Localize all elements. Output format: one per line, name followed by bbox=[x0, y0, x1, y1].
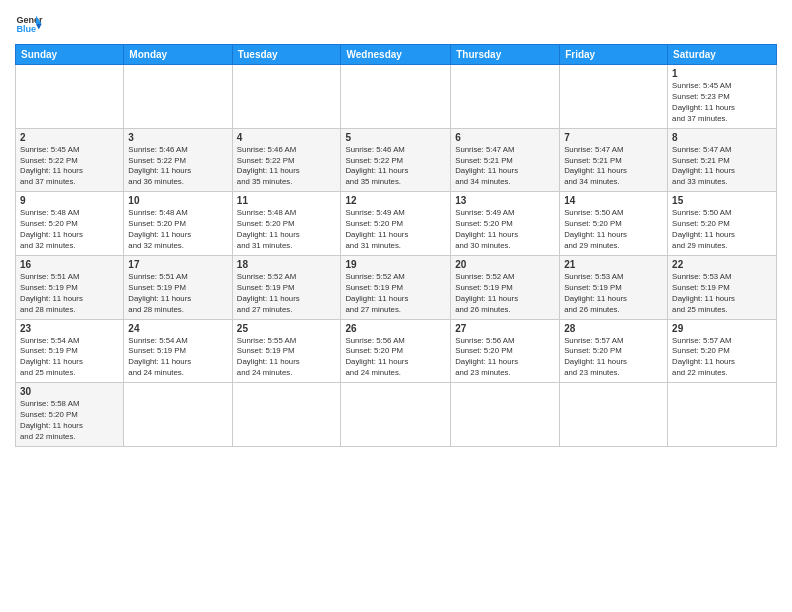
calendar-cell: 6Sunrise: 5:47 AMSunset: 5:21 PMDaylight… bbox=[451, 128, 560, 192]
calendar-week-2: 2Sunrise: 5:45 AMSunset: 5:22 PMDaylight… bbox=[16, 128, 777, 192]
calendar-cell: 16Sunrise: 5:51 AMSunset: 5:19 PMDayligh… bbox=[16, 255, 124, 319]
day-number: 26 bbox=[345, 323, 446, 334]
calendar-cell: 9Sunrise: 5:48 AMSunset: 5:20 PMDaylight… bbox=[16, 192, 124, 256]
day-info: Sunrise: 5:46 AMSunset: 5:22 PMDaylight:… bbox=[128, 145, 227, 189]
logo: General Blue bbox=[15, 10, 43, 38]
calendar-cell: 12Sunrise: 5:49 AMSunset: 5:20 PMDayligh… bbox=[341, 192, 451, 256]
day-number: 12 bbox=[345, 195, 446, 206]
day-info: Sunrise: 5:51 AMSunset: 5:19 PMDaylight:… bbox=[128, 272, 227, 316]
calendar-cell: 1Sunrise: 5:45 AMSunset: 5:23 PMDaylight… bbox=[668, 65, 777, 129]
day-number: 13 bbox=[455, 195, 555, 206]
weekday-header-sunday: Sunday bbox=[16, 45, 124, 65]
day-number: 3 bbox=[128, 132, 227, 143]
day-number: 23 bbox=[20, 323, 119, 334]
day-info: Sunrise: 5:49 AMSunset: 5:20 PMDaylight:… bbox=[455, 208, 555, 252]
svg-text:Blue: Blue bbox=[16, 24, 36, 34]
calendar-cell bbox=[124, 65, 232, 129]
weekday-header-monday: Monday bbox=[124, 45, 232, 65]
day-info: Sunrise: 5:51 AMSunset: 5:19 PMDaylight:… bbox=[20, 272, 119, 316]
day-number: 30 bbox=[20, 386, 119, 397]
calendar-cell: 14Sunrise: 5:50 AMSunset: 5:20 PMDayligh… bbox=[560, 192, 668, 256]
calendar-cell: 15Sunrise: 5:50 AMSunset: 5:20 PMDayligh… bbox=[668, 192, 777, 256]
calendar-cell: 27Sunrise: 5:56 AMSunset: 5:20 PMDayligh… bbox=[451, 319, 560, 383]
day-number: 11 bbox=[237, 195, 337, 206]
calendar-cell bbox=[341, 383, 451, 447]
calendar-cell bbox=[560, 383, 668, 447]
calendar-cell: 20Sunrise: 5:52 AMSunset: 5:19 PMDayligh… bbox=[451, 255, 560, 319]
day-info: Sunrise: 5:57 AMSunset: 5:20 PMDaylight:… bbox=[564, 336, 663, 380]
day-info: Sunrise: 5:54 AMSunset: 5:19 PMDaylight:… bbox=[128, 336, 227, 380]
day-info: Sunrise: 5:52 AMSunset: 5:19 PMDaylight:… bbox=[237, 272, 337, 316]
calendar-cell: 8Sunrise: 5:47 AMSunset: 5:21 PMDaylight… bbox=[668, 128, 777, 192]
calendar-cell: 10Sunrise: 5:48 AMSunset: 5:20 PMDayligh… bbox=[124, 192, 232, 256]
calendar-cell: 3Sunrise: 5:46 AMSunset: 5:22 PMDaylight… bbox=[124, 128, 232, 192]
day-info: Sunrise: 5:47 AMSunset: 5:21 PMDaylight:… bbox=[455, 145, 555, 189]
day-info: Sunrise: 5:48 AMSunset: 5:20 PMDaylight:… bbox=[20, 208, 119, 252]
weekday-header-tuesday: Tuesday bbox=[232, 45, 341, 65]
calendar-cell bbox=[451, 65, 560, 129]
calendar-table: SundayMondayTuesdayWednesdayThursdayFrid… bbox=[15, 44, 777, 447]
day-number: 27 bbox=[455, 323, 555, 334]
day-number: 18 bbox=[237, 259, 337, 270]
calendar-cell bbox=[232, 65, 341, 129]
calendar-cell bbox=[668, 383, 777, 447]
calendar-cell: 13Sunrise: 5:49 AMSunset: 5:20 PMDayligh… bbox=[451, 192, 560, 256]
calendar-cell bbox=[232, 383, 341, 447]
day-number: 20 bbox=[455, 259, 555, 270]
day-info: Sunrise: 5:52 AMSunset: 5:19 PMDaylight:… bbox=[455, 272, 555, 316]
day-number: 17 bbox=[128, 259, 227, 270]
calendar-cell: 30Sunrise: 5:58 AMSunset: 5:20 PMDayligh… bbox=[16, 383, 124, 447]
calendar-week-4: 16Sunrise: 5:51 AMSunset: 5:19 PMDayligh… bbox=[16, 255, 777, 319]
header: General Blue bbox=[15, 10, 777, 38]
calendar-cell bbox=[341, 65, 451, 129]
day-info: Sunrise: 5:47 AMSunset: 5:21 PMDaylight:… bbox=[564, 145, 663, 189]
calendar-cell: 21Sunrise: 5:53 AMSunset: 5:19 PMDayligh… bbox=[560, 255, 668, 319]
day-number: 10 bbox=[128, 195, 227, 206]
day-info: Sunrise: 5:46 AMSunset: 5:22 PMDaylight:… bbox=[345, 145, 446, 189]
calendar-cell bbox=[560, 65, 668, 129]
calendar-cell bbox=[16, 65, 124, 129]
weekday-header-thursday: Thursday bbox=[451, 45, 560, 65]
day-number: 8 bbox=[672, 132, 772, 143]
day-number: 28 bbox=[564, 323, 663, 334]
weekday-header-saturday: Saturday bbox=[668, 45, 777, 65]
calendar-cell: 7Sunrise: 5:47 AMSunset: 5:21 PMDaylight… bbox=[560, 128, 668, 192]
day-info: Sunrise: 5:52 AMSunset: 5:19 PMDaylight:… bbox=[345, 272, 446, 316]
day-info: Sunrise: 5:53 AMSunset: 5:19 PMDaylight:… bbox=[564, 272, 663, 316]
day-info: Sunrise: 5:58 AMSunset: 5:20 PMDaylight:… bbox=[20, 399, 119, 443]
day-number: 21 bbox=[564, 259, 663, 270]
day-info: Sunrise: 5:45 AMSunset: 5:23 PMDaylight:… bbox=[672, 81, 772, 125]
day-info: Sunrise: 5:50 AMSunset: 5:20 PMDaylight:… bbox=[564, 208, 663, 252]
day-info: Sunrise: 5:48 AMSunset: 5:20 PMDaylight:… bbox=[128, 208, 227, 252]
day-info: Sunrise: 5:57 AMSunset: 5:20 PMDaylight:… bbox=[672, 336, 772, 380]
calendar-cell: 17Sunrise: 5:51 AMSunset: 5:19 PMDayligh… bbox=[124, 255, 232, 319]
calendar-cell: 22Sunrise: 5:53 AMSunset: 5:19 PMDayligh… bbox=[668, 255, 777, 319]
calendar-cell: 25Sunrise: 5:55 AMSunset: 5:19 PMDayligh… bbox=[232, 319, 341, 383]
day-number: 4 bbox=[237, 132, 337, 143]
calendar-cell: 19Sunrise: 5:52 AMSunset: 5:19 PMDayligh… bbox=[341, 255, 451, 319]
day-number: 29 bbox=[672, 323, 772, 334]
calendar-cell: 4Sunrise: 5:46 AMSunset: 5:22 PMDaylight… bbox=[232, 128, 341, 192]
calendar-header-row: SundayMondayTuesdayWednesdayThursdayFrid… bbox=[16, 45, 777, 65]
day-number: 9 bbox=[20, 195, 119, 206]
day-info: Sunrise: 5:53 AMSunset: 5:19 PMDaylight:… bbox=[672, 272, 772, 316]
calendar-cell: 29Sunrise: 5:57 AMSunset: 5:20 PMDayligh… bbox=[668, 319, 777, 383]
day-number: 1 bbox=[672, 68, 772, 79]
day-number: 25 bbox=[237, 323, 337, 334]
calendar-week-6: 30Sunrise: 5:58 AMSunset: 5:20 PMDayligh… bbox=[16, 383, 777, 447]
day-info: Sunrise: 5:54 AMSunset: 5:19 PMDaylight:… bbox=[20, 336, 119, 380]
day-info: Sunrise: 5:49 AMSunset: 5:20 PMDaylight:… bbox=[345, 208, 446, 252]
day-number: 5 bbox=[345, 132, 446, 143]
weekday-header-friday: Friday bbox=[560, 45, 668, 65]
day-number: 15 bbox=[672, 195, 772, 206]
calendar-week-5: 23Sunrise: 5:54 AMSunset: 5:19 PMDayligh… bbox=[16, 319, 777, 383]
day-number: 2 bbox=[20, 132, 119, 143]
logo-icon: General Blue bbox=[15, 10, 43, 38]
calendar-week-3: 9Sunrise: 5:48 AMSunset: 5:20 PMDaylight… bbox=[16, 192, 777, 256]
calendar-cell: 24Sunrise: 5:54 AMSunset: 5:19 PMDayligh… bbox=[124, 319, 232, 383]
day-info: Sunrise: 5:55 AMSunset: 5:19 PMDaylight:… bbox=[237, 336, 337, 380]
calendar-page: General Blue SundayMondayTuesdayWednesda… bbox=[0, 0, 792, 612]
day-info: Sunrise: 5:46 AMSunset: 5:22 PMDaylight:… bbox=[237, 145, 337, 189]
calendar-cell bbox=[451, 383, 560, 447]
svg-marker-3 bbox=[36, 24, 42, 30]
